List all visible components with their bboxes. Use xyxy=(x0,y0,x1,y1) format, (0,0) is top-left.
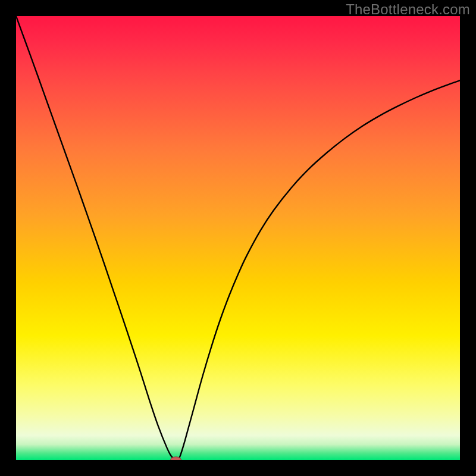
bottleneck-chart xyxy=(16,16,460,460)
chart-frame: TheBottleneck.com xyxy=(0,0,476,476)
watermark-text: TheBottleneck.com xyxy=(346,1,470,18)
plot-area xyxy=(16,16,460,460)
gradient-background xyxy=(16,16,460,460)
